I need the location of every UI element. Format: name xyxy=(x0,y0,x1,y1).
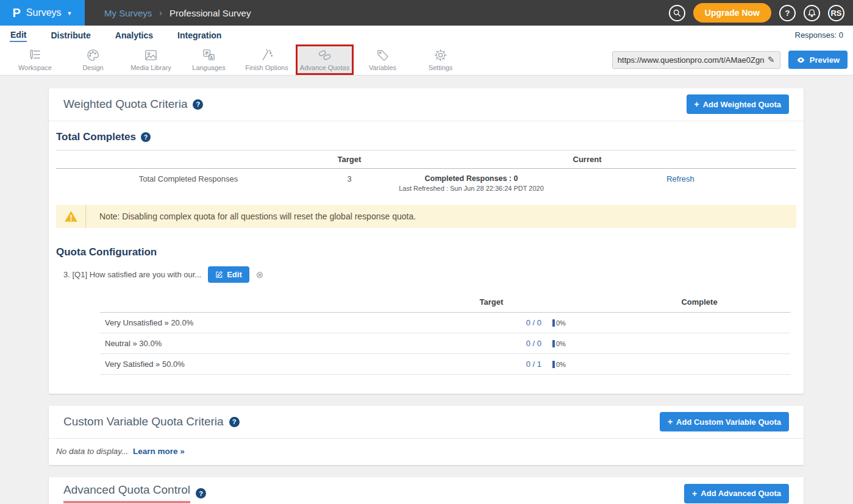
weighted-quota-body: Total Completes ? Target Current Total C… xyxy=(49,121,804,394)
user-avatar[interactable]: RS xyxy=(828,5,844,21)
translate-icon xyxy=(202,48,216,62)
upgrade-now-button[interactable]: Upgrade Now xyxy=(693,3,771,23)
notifications-button[interactable] xyxy=(804,5,820,21)
custom-variable-empty-state: No data to display... Learn more » xyxy=(49,439,804,465)
help-icon[interactable]: ? xyxy=(196,488,206,499)
edit-quota-button[interactable]: Edit xyxy=(208,266,249,283)
refresh-link[interactable]: Refresh xyxy=(666,174,694,183)
breadcrumb-my-surveys[interactable]: My Surveys xyxy=(104,8,152,18)
empty-header-cell xyxy=(56,155,321,164)
preview-label: Preview xyxy=(810,55,840,65)
progress-bar xyxy=(552,319,555,327)
add-custom-variable-quota-label: Add Custom Variable Quota xyxy=(676,417,781,427)
quota-question-label: 3. [Q1] How satisfied are you with our..… xyxy=(63,270,201,279)
empty-header-cell xyxy=(541,297,609,307)
breadcrumb: My Surveys › Professional Survey xyxy=(104,8,251,18)
weighted-quota-card: Weighted Quota Criteria ? + Add Weighted… xyxy=(49,88,804,394)
toolbar-item-finish-options[interactable]: Finish Options xyxy=(238,44,296,75)
toolbar-item-settings[interactable]: Settings xyxy=(412,44,469,75)
quota-row-very-satisfied: Very Satisfied » 50.0% 0 / 1 0% xyxy=(100,354,790,375)
toolbar-right: ✎ Preview xyxy=(612,44,853,75)
toolbar-item-workspace[interactable]: Workspace xyxy=(6,44,64,75)
toolbar-item-label: Workspace xyxy=(18,64,52,71)
refresh-cell: Refresh xyxy=(565,174,796,192)
quota-table-head: Target Complete xyxy=(100,293,790,313)
target-value: 3 xyxy=(321,174,378,192)
topbar: P Surveys ▼ My Surveys › Professional Su… xyxy=(0,0,853,26)
help-icon[interactable]: ? xyxy=(141,132,151,142)
product-menu-label: Surveys xyxy=(26,7,62,18)
total-completes-row: Total Completed Responses 3 Completed Re… xyxy=(56,169,796,196)
last-refreshed-timestamp: Last Refreshed : Sun Jun 28 22:36:24 PDT… xyxy=(378,185,565,192)
total-completes-table: Target Current Total Completed Responses… xyxy=(56,150,796,196)
toolbar-item-label: Languages xyxy=(192,64,225,71)
current-column-header: Current xyxy=(378,155,796,164)
add-weighted-quota-label: Add Weighted Quota xyxy=(703,100,781,109)
toolbar-item-label: Media Library xyxy=(130,64,171,71)
tab-analytics[interactable]: Analytics xyxy=(115,29,154,41)
toolbar-item-label: Design xyxy=(82,64,103,71)
progress-bar xyxy=(552,361,555,368)
quota-progress-cell: 0% xyxy=(541,361,609,368)
quota-row-label: Very Satisfied » 50.0% xyxy=(100,360,441,369)
product-menu-button[interactable]: P Surveys ▼ xyxy=(0,0,85,26)
total-completes-heading: Total Completes ? xyxy=(56,131,796,143)
total-completes-title-text: Total Completes xyxy=(56,131,136,143)
tag-icon xyxy=(376,48,390,62)
tab-distribute[interactable]: Distribute xyxy=(50,29,91,41)
survey-url-input[interactable] xyxy=(618,55,765,65)
complete-column-header: Complete xyxy=(609,297,790,307)
current-cell: Completed Responses : 0 Last Refreshed :… xyxy=(378,174,565,192)
help-icon[interactable]: ? xyxy=(229,417,240,427)
toolbar-item-advance-quotas[interactable]: Advance Quotas xyxy=(296,44,354,75)
edit-button-label: Edit xyxy=(227,270,242,279)
image-icon xyxy=(144,48,158,62)
plus-icon: + xyxy=(668,417,673,427)
toolbar-item-label: Advance Quotas xyxy=(300,64,349,71)
advanced-quota-title: Advanced Quota Control ? xyxy=(63,483,206,503)
breadcrumb-current-survey: Professional Survey xyxy=(170,8,251,18)
eye-icon xyxy=(796,55,805,65)
custom-variable-title: Custom Variable Quota Criteria ? xyxy=(63,415,240,428)
quota-row-neutral: Neutral » 30.0% 0 / 0 0% xyxy=(100,333,790,354)
chevron-down-icon: ▼ xyxy=(67,10,73,16)
tab-edit[interactable]: Edit xyxy=(10,28,27,42)
help-button[interactable]: ? xyxy=(779,5,796,21)
preview-button[interactable]: Preview xyxy=(788,51,848,69)
remove-quota-icon[interactable]: ⊗ xyxy=(256,269,264,280)
search-button[interactable] xyxy=(669,5,685,21)
add-custom-variable-quota-button[interactable]: + Add Custom Variable Quota xyxy=(660,412,789,431)
toolbar-item-media-library[interactable]: Media Library xyxy=(122,44,180,75)
toolbar-item-variables[interactable]: Variables xyxy=(354,44,412,75)
note-text: Note: Disabling complex quota for all qu… xyxy=(99,211,416,221)
plus-icon: + xyxy=(694,99,699,109)
target-column-header: Target xyxy=(321,155,378,164)
search-icon xyxy=(673,9,682,18)
advanced-quota-card: Advanced Quota Control ? + Add Advanced … xyxy=(49,477,804,504)
edit-toolbar: Workspace Design Media Library Languages… xyxy=(0,44,853,76)
toolbar-item-design[interactable]: Design xyxy=(64,44,122,75)
toolbar-item-languages[interactable]: Languages xyxy=(180,44,238,75)
advanced-quota-header: Advanced Quota Control ? + Add Advanced … xyxy=(49,477,804,504)
warning-icon-wrap xyxy=(56,209,85,224)
tab-integration[interactable]: Integration xyxy=(177,29,222,41)
add-advanced-quota-label: Add Advanced Quota xyxy=(701,489,781,498)
quota-row-label: Very Unsatisfied » 20.0% xyxy=(100,318,441,327)
total-completed-responses-label: Total Completed Responses xyxy=(56,174,321,192)
add-advanced-quota-button[interactable]: + Add Advanced Quota xyxy=(684,484,789,503)
completed-responses-count: Completed Responses : 0 xyxy=(378,174,565,183)
target-column-header: Target xyxy=(441,297,541,307)
palette-icon xyxy=(86,48,100,62)
weighted-quota-title-text: Weighted Quota Criteria xyxy=(63,98,187,111)
quota-progress-cell: 0% xyxy=(541,319,609,327)
workspace-icon xyxy=(28,48,42,62)
empty-header-cell xyxy=(100,297,441,307)
learn-more-link[interactable]: Learn more » xyxy=(133,447,185,456)
edit-url-icon[interactable]: ✎ xyxy=(768,55,775,65)
quota-percent: 0% xyxy=(556,361,566,368)
bell-icon xyxy=(807,9,816,18)
toolbar-item-label: Settings xyxy=(429,64,453,71)
toolbar-item-label: Finish Options xyxy=(245,64,288,71)
help-icon[interactable]: ? xyxy=(193,99,203,110)
add-weighted-quota-button[interactable]: + Add Weighted Quota xyxy=(687,94,790,114)
